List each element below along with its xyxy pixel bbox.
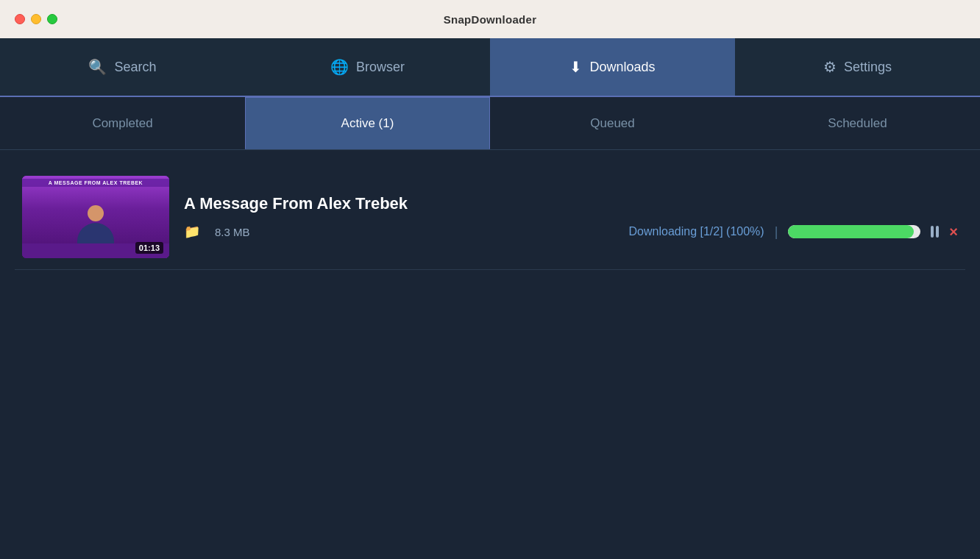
tab-downloads-label: Downloads xyxy=(589,60,655,75)
download-status: Downloading [1/2] (100%) | × xyxy=(629,224,958,241)
subtab-completed[interactable]: Completed xyxy=(0,97,245,149)
download-item: A MESSAGE FROM ALEX TREBEK 01:13 A Messa… xyxy=(15,165,965,270)
pause-bar-left xyxy=(931,226,934,238)
globe-icon: 🌐 xyxy=(330,58,349,76)
tab-settings-label: Settings xyxy=(844,60,892,75)
content-area: A MESSAGE FROM ALEX TREBEK 01:13 A Messa… xyxy=(0,150,980,559)
download-icon: ⬇ xyxy=(569,58,582,76)
person-head xyxy=(88,205,104,221)
maximize-button[interactable] xyxy=(47,14,57,24)
nav-tabs: 🔍 Search 🌐 Browser ⬇ Downloads ⚙ Setting… xyxy=(0,38,980,97)
minimize-button[interactable] xyxy=(31,14,41,24)
search-icon: 🔍 xyxy=(88,58,107,76)
gear-icon: ⚙ xyxy=(823,58,837,76)
traffic-lights xyxy=(15,14,57,24)
sub-tabs: Completed Active (1) Queued Scheduled xyxy=(0,97,980,150)
main-window: 🔍 Search 🌐 Browser ⬇ Downloads ⚙ Setting… xyxy=(0,38,980,559)
subtab-active[interactable]: Active (1) xyxy=(245,97,490,149)
separator: | xyxy=(775,224,778,240)
progress-bar xyxy=(788,225,920,238)
subtab-queued[interactable]: Queued xyxy=(490,97,735,149)
video-thumbnail: A MESSAGE FROM ALEX TREBEK 01:13 xyxy=(22,176,169,258)
pause-icon xyxy=(931,226,939,238)
subtab-queued-label: Queued xyxy=(590,116,635,131)
app-title: SnapDownloader xyxy=(444,13,537,26)
tab-downloads[interactable]: ⬇ Downloads xyxy=(490,38,735,96)
close-button[interactable] xyxy=(15,14,25,24)
tab-browser-label: Browser xyxy=(356,60,405,75)
download-meta: 📁 8.3 MB Downloading [1/2] (100%) | xyxy=(184,224,958,241)
subtab-scheduled[interactable]: Scheduled xyxy=(735,97,980,149)
status-text: Downloading [1/2] (100%) xyxy=(629,225,764,238)
folder-icon: 📁 xyxy=(184,224,200,240)
download-title: A Message From Alex Trebek xyxy=(184,194,958,213)
tab-browser[interactable]: 🌐 Browser xyxy=(245,38,490,96)
pause-button[interactable] xyxy=(931,226,939,238)
subtab-completed-label: Completed xyxy=(92,116,152,131)
progress-bar-fill xyxy=(788,225,914,238)
video-duration: 01:13 xyxy=(135,242,163,254)
title-bar: SnapDownloader xyxy=(0,0,980,38)
tab-settings[interactable]: ⚙ Settings xyxy=(735,38,980,96)
cancel-button[interactable]: × xyxy=(949,224,958,241)
pause-bar-right xyxy=(936,226,939,238)
subtab-active-label: Active (1) xyxy=(341,116,394,131)
file-size: 8.3 MB xyxy=(215,226,250,238)
subtab-scheduled-label: Scheduled xyxy=(828,116,887,131)
thumbnail-title: A MESSAGE FROM ALEX TREBEK xyxy=(22,179,169,187)
download-info: A Message From Alex Trebek 📁 8.3 MB Down… xyxy=(184,194,958,241)
tab-search-label: Search xyxy=(114,60,156,75)
tab-search[interactable]: 🔍 Search xyxy=(0,38,245,96)
